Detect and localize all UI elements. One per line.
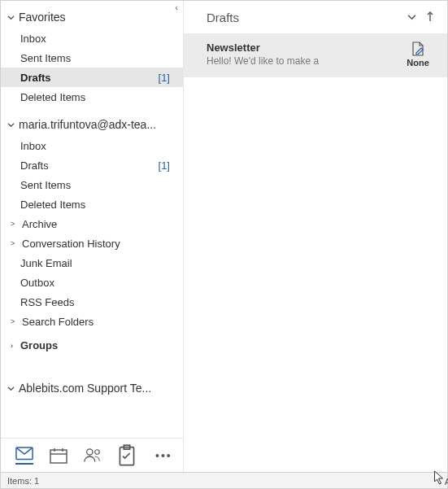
folder-sent[interactable]: Sent Items — [1, 175, 183, 194]
drafts-count: [1] — [159, 159, 175, 172]
svg-rect-1 — [50, 450, 67, 463]
svg-point-9 — [95, 450, 99, 454]
collapse-nav-icon[interactable]: ‹ — [175, 2, 178, 12]
folder-archive[interactable]: >Archive — [1, 214, 183, 234]
filter-dropdown-icon[interactable] — [407, 11, 416, 23]
people-icon[interactable] — [84, 447, 102, 465]
status-bar: Items: 1 — [1, 472, 447, 488]
chevron-down-icon — [7, 385, 19, 392]
favorites-item-deleted[interactable]: Deleted Items — [1, 87, 183, 107]
folder-junk[interactable]: Junk Email — [1, 253, 183, 273]
svg-point-8 — [87, 449, 93, 455]
favorites-header[interactable]: Favorites — [1, 4, 183, 28]
chevron-right-icon: > — [11, 239, 20, 247]
folder-conversation-history[interactable]: >Conversation History — [1, 234, 183, 253]
tasks-icon[interactable] — [118, 447, 136, 465]
folder-deleted[interactable]: Deleted Items — [1, 194, 183, 214]
chevron-right-icon: > — [11, 220, 20, 228]
trail-letter: A — [445, 477, 448, 487]
message-category: None — [402, 58, 434, 68]
content-header: Drafts — [184, 1, 447, 33]
nav-switch-bar: ••• — [1, 438, 183, 472]
chevron-down-icon — [7, 121, 19, 129]
folder-rss[interactable]: RSS Feeds — [1, 292, 183, 312]
draft-icon — [411, 41, 424, 56]
account-title: maria.trifuntova@adx-tea... — [19, 118, 178, 131]
message-subject: Newsletter — [207, 41, 394, 54]
account2-header[interactable]: Ablebits.com Support Te... — [1, 354, 183, 399]
message-preview: Hello! We'd like to make a — [207, 55, 394, 67]
chevron-right-icon: › — [11, 342, 20, 350]
chevron-right-icon: > — [11, 317, 20, 325]
mail-icon[interactable] — [15, 447, 33, 465]
groups-header[interactable]: › Groups — [1, 331, 183, 354]
account2-title: Ablebits.com Support Te... — [19, 382, 178, 395]
favorites-title: Favorites — [19, 11, 178, 24]
folder-outbox[interactable]: Outbox — [1, 273, 183, 292]
chevron-down-icon — [7, 14, 19, 21]
message-item[interactable]: Newsletter Hello! We'd like to make a No… — [184, 33, 447, 77]
folder-title: Drafts — [207, 11, 398, 24]
message-list-pane: Drafts Newsletter Hello! We'd like to ma… — [184, 1, 447, 472]
favorites-item-inbox[interactable]: Inbox — [1, 28, 183, 48]
drafts-count: [1] — [159, 72, 175, 84]
folder-drafts[interactable]: Drafts[1] — [1, 155, 183, 175]
groups-title: Groups — [20, 339, 58, 351]
account-header[interactable]: maria.trifuntova@adx-tea... — [1, 107, 183, 136]
folder-search-folders[interactable]: >Search Folders — [1, 312, 183, 331]
folder-navigation-pane: ‹ Favorites Inbox Sent Items Drafts — [1, 1, 184, 472]
more-icon[interactable]: ••• — [152, 449, 176, 462]
favorites-item-drafts[interactable]: Drafts [1] — [1, 68, 183, 87]
folder-inbox[interactable]: Inbox — [1, 136, 183, 155]
calendar-icon[interactable] — [50, 447, 67, 465]
status-text: Items: 1 — [7, 476, 39, 486]
favorites-item-sent[interactable]: Sent Items — [1, 48, 183, 68]
sort-arrow-icon[interactable] — [426, 11, 434, 24]
